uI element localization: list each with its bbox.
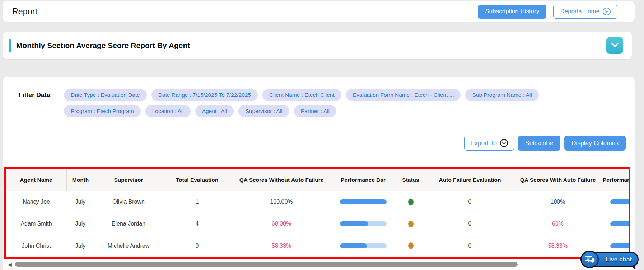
score-value: 60.00%	[272, 221, 291, 227]
cell-auto-failure-evaluation: 0	[427, 235, 513, 257]
cell-supervisor: Olivia Brown	[94, 191, 163, 213]
chevron-down-icon	[611, 43, 619, 48]
filter-chip-client-name[interactable]: Client Name : Etech Client	[262, 89, 341, 101]
report-header-card: Monthly Section Average Score Report By …	[3, 32, 632, 59]
chevron-down-icon	[603, 8, 611, 15]
reports-home-label: Reports Home	[560, 8, 599, 15]
performance-bar	[610, 243, 629, 248]
status-dot-icon	[408, 221, 414, 227]
filter-chip-date-type[interactable]: Date Type : Evaluation Date	[64, 89, 147, 101]
column-header-qa-scores-without-auto-failure[interactable]: QA Scores Without Auto Failure	[231, 169, 332, 191]
subscribe-label: Subscribe	[525, 139, 553, 147]
live-chat-label: Live chat	[605, 256, 632, 263]
table-toolbar: Export To Subscribe Display Columns	[3, 136, 635, 151]
display-columns-button[interactable]: Display Columns	[564, 136, 626, 151]
cell-performance-bar	[332, 213, 395, 235]
column-header-performance-bar-2[interactable]: Performance Bar	[603, 169, 629, 191]
cell-agent-name: John Christ	[6, 235, 67, 257]
status-dot-icon	[408, 199, 414, 205]
chevron-down-icon	[500, 139, 508, 147]
column-header-total-evaluation[interactable]: Total Evaluation	[163, 169, 231, 191]
export-to-button[interactable]: Export To	[464, 136, 514, 151]
subscribe-button[interactable]: Subscribe	[518, 136, 560, 151]
cell-supervisor: Elena Jordan	[94, 213, 163, 235]
score-value: 100%	[551, 199, 565, 205]
cell-qa-without-auto-failure: 60.00%	[231, 213, 332, 235]
filter-chips: Date Type : Evaluation Date Date Range :…	[64, 89, 559, 117]
column-header-performance-bar[interactable]: Performance Bar	[332, 169, 395, 191]
horizontal-scrollbar[interactable]: ◀	[4, 261, 633, 267]
score-value: 100.00%	[270, 199, 293, 205]
topbar-actions: Subscription History Reports Home	[478, 5, 617, 19]
cell-total-evaluation: 9	[163, 235, 231, 257]
performance-bar	[610, 221, 629, 226]
column-header-qa-scores-with-auto-failure[interactable]: QA Scores With Auto Failure	[513, 169, 603, 191]
title-accent-bar	[9, 39, 11, 52]
column-header-auto-failure-evaluation[interactable]: Auto Failure Evaluation	[427, 169, 513, 191]
collapse-panel-button[interactable]	[606, 37, 623, 54]
chat-bubbles-icon	[580, 251, 599, 268]
filter-chip-sub-program-name[interactable]: Sub Program Name : All	[465, 89, 538, 101]
score-value: 58.33%	[272, 243, 291, 249]
column-header-month[interactable]: Month	[67, 169, 94, 191]
cell-qa-with-auto-failure: 100%	[513, 191, 603, 213]
column-header-status[interactable]: Status	[395, 169, 427, 191]
subscription-history-label: Subscription History	[485, 8, 539, 15]
cell-month: July	[67, 191, 94, 213]
column-header-supervisor[interactable]: Supervisor	[94, 169, 163, 191]
performance-bar	[610, 199, 629, 204]
filter-chip-location[interactable]: Location : All	[145, 105, 191, 117]
report-table-annotation-box: Agent Name Month Supervisor Total Evalua…	[4, 167, 630, 259]
page-title: Report	[12, 7, 37, 16]
cell-qa-without-auto-failure: 100.00%	[231, 191, 332, 213]
reports-home-button[interactable]: Reports Home	[553, 5, 617, 19]
cell-auto-failure-evaluation: 0	[427, 191, 513, 213]
filter-chip-program[interactable]: Program : Etech Program	[64, 105, 141, 117]
cell-status	[395, 191, 427, 213]
export-to-label: Export To	[470, 139, 497, 147]
subscription-history-button[interactable]: Subscription History	[478, 5, 546, 19]
cell-performance-bar	[332, 235, 395, 257]
performance-bar	[340, 243, 387, 248]
display-columns-label: Display Columns	[571, 139, 619, 147]
filter-data-label: Filter Data	[19, 89, 64, 117]
table-row: John Christ July Michelle Andrew 9 58.33…	[6, 235, 629, 257]
cell-performance-bar	[332, 191, 395, 213]
filter-chip-evaluation-form-name[interactable]: Evaluation Form Name : Etech - Client ..…	[346, 89, 461, 101]
scrollbar-thumb[interactable]	[15, 262, 518, 267]
cell-agent-name: Adam Smith	[6, 213, 67, 235]
scroll-left-arrow-icon[interactable]: ◀	[4, 261, 15, 267]
table-header-row: Agent Name Month Supervisor Total Evalua…	[6, 169, 629, 191]
cell-status	[395, 235, 427, 257]
column-header-agent-name[interactable]: Agent Name	[6, 169, 67, 191]
cell-supervisor: Michelle Andrew	[94, 235, 163, 257]
top-bar: Report Subscription History Reports Home	[3, 1, 635, 22]
score-value: 60%	[552, 221, 564, 227]
cell-qa-with-auto-failure: 60%	[513, 213, 603, 235]
filter-data-section: Filter Data Date Type : Evaluation Date …	[3, 77, 635, 117]
table-row: Adam Smith July Elena Jordan 4 60.00% 0 …	[6, 213, 629, 235]
cell-total-evaluation: 4	[163, 213, 231, 235]
cell-month: July	[67, 235, 94, 257]
table-row: Nancy Joe July Olivia Brown 1 100.00% 0 …	[6, 191, 629, 213]
cell-qa-without-auto-failure: 58.33%	[231, 235, 332, 257]
filter-chip-supervisor[interactable]: Supervisor : All	[238, 105, 289, 117]
report-content-card: Filter Data Date Type : Evaluation Date …	[3, 77, 635, 270]
report-title: Monthly Section Average Score Report By …	[16, 41, 190, 50]
page-background-gutter	[635, 0, 644, 270]
cell-total-evaluation: 1	[163, 191, 231, 213]
score-value: 58.33%	[548, 243, 568, 249]
cell-agent-name: Nancy Joe	[6, 191, 67, 213]
filter-chip-date-range[interactable]: Date Range : 7/15/2025 To 7/22/2025	[151, 89, 258, 101]
performance-bar	[340, 221, 387, 226]
cell-status	[395, 213, 427, 235]
cell-auto-failure-evaluation: 0	[427, 213, 513, 235]
performance-bar	[340, 199, 387, 204]
cell-performance-bar-2	[603, 213, 629, 235]
status-dot-icon	[408, 242, 414, 249]
cell-performance-bar-2	[603, 191, 629, 213]
cell-month: July	[67, 213, 94, 235]
filter-chip-agent[interactable]: Agent : All	[195, 105, 234, 117]
filter-chip-partner[interactable]: Partner : All	[294, 105, 336, 117]
